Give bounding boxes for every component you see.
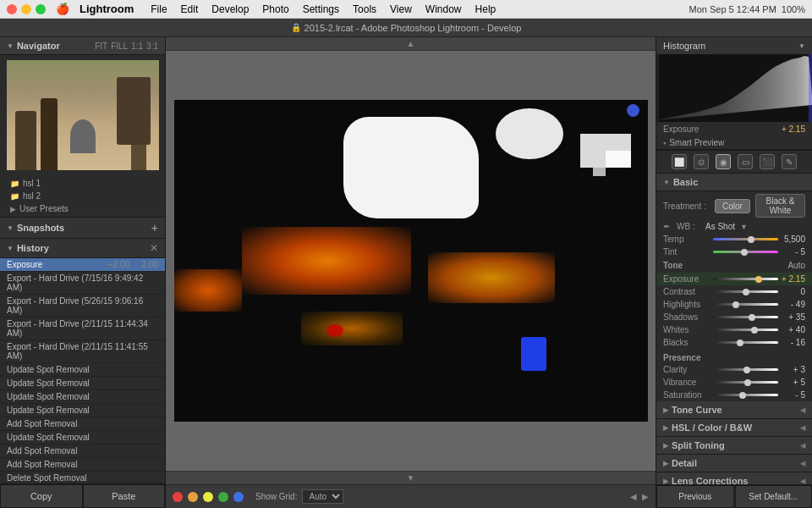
history-item[interactable]: Update Spot Removal [0, 390, 165, 404]
show-grid-select[interactable]: Auto [302, 489, 343, 504]
basic-section-header[interactable]: ▼ Basic [656, 174, 812, 191]
history-item[interactable]: Add Spot Removal [0, 417, 165, 431]
history-list[interactable]: Exposure +2.00 2.00 Export - Hard Drive … [0, 258, 165, 483]
snapshots-add-button[interactable]: + [151, 221, 158, 235]
redeye-tool[interactable]: ◉ [716, 154, 731, 169]
menu-settings[interactable]: Settings [298, 2, 344, 17]
menu-develop[interactable]: Develop [206, 2, 254, 17]
preset-user[interactable]: ▶ User Presets [0, 202, 165, 215]
saturation-slider[interactable] [713, 394, 778, 396]
color-dot-yellow[interactable] [203, 492, 213, 502]
tone-curve-section[interactable]: ▶ Tone Curve ◀ [656, 401, 812, 419]
bw-treatment-button[interactable]: Black & White [755, 194, 805, 218]
exposure-slider[interactable] [713, 278, 778, 280]
history-item[interactable]: Export - Hard Drive (2/11/15 11:44:34 AM… [0, 318, 165, 340]
detail-section[interactable]: ▶ Detail ◀ [656, 455, 812, 472]
history-item[interactable]: Update Spot Removal [0, 377, 165, 390]
highlights-slider[interactable] [713, 303, 778, 306]
menu-help[interactable]: Help [470, 2, 502, 17]
previous-button[interactable]: Previous [656, 485, 734, 508]
spot-tool[interactable]: ⊙ [694, 154, 709, 169]
history-item[interactable]: Update Spot Removal [0, 431, 165, 444]
scroll-right-icon[interactable]: ▶ [642, 492, 649, 501]
hsl-section[interactable]: ▶ HSL / Color / B&W ◀ [656, 419, 812, 437]
color-dot-green[interactable] [218, 492, 228, 502]
close-button[interactable] [7, 4, 17, 14]
treatment-row: Treatment : Color Black & White [656, 191, 812, 220]
history-header[interactable]: ▼ History ✕ [0, 239, 165, 258]
preset-hsl2[interactable]: 📁 hsl 2 [0, 190, 165, 202]
color-dot-orange[interactable] [188, 492, 198, 502]
nav-1to1[interactable]: 1:1 [131, 41, 143, 51]
shadows-slider[interactable] [713, 316, 778, 318]
temp-slider[interactable] [713, 238, 778, 240]
saturation-thumb[interactable] [739, 392, 746, 399]
vibrance-slider[interactable] [713, 381, 778, 384]
lens-corrections-section[interactable]: ▶ Lens Corrections ◀ [656, 472, 812, 484]
paste-button[interactable]: Paste [83, 484, 166, 508]
history-close-button[interactable]: ✕ [150, 242, 158, 254]
scroll-left-icon[interactable]: ◀ [630, 492, 637, 501]
histogram-section: Histogram ▼ [656, 37, 812, 151]
menu-edit[interactable]: Edit [176, 2, 204, 17]
menu-photo[interactable]: Photo [257, 2, 294, 17]
contrast-thumb[interactable] [743, 289, 749, 295]
tint-slider[interactable] [713, 251, 778, 253]
eyedropper-icon[interactable]: ✒ [663, 222, 670, 231]
brush-tool[interactable]: ✎ [782, 154, 797, 169]
color-dot-red[interactable] [173, 492, 183, 502]
shadows-thumb[interactable] [749, 314, 755, 321]
orange-1 [242, 227, 411, 295]
nav-fill[interactable]: FILL [111, 41, 128, 51]
vibrance-thumb[interactable] [744, 379, 751, 386]
history-item[interactable]: Delete Spot Removal [0, 472, 165, 483]
bottom-collapse[interactable]: ▼ [166, 471, 656, 484]
history-item[interactable]: Exposure +2.00 2.00 [0, 258, 165, 272]
history-item-name: Delete Spot Removal [7, 473, 158, 483]
clarity-slider[interactable] [713, 368, 778, 371]
history-item[interactable]: Export - Hard Drive (2/11/15 11:41:55 AM… [0, 340, 165, 363]
color-dot-blue[interactable] [233, 492, 244, 502]
clarity-thumb[interactable] [743, 367, 750, 373]
contrast-slider[interactable] [713, 290, 778, 293]
highlights-thumb[interactable] [732, 301, 739, 308]
snapshots-section-header[interactable]: ▼ Snapshots + [0, 217, 165, 239]
tint-thumb[interactable] [741, 249, 748, 256]
histogram-expand-icon: ▼ [798, 42, 805, 50]
rect-tool[interactable]: ▭ [738, 154, 753, 169]
crop-tool[interactable]: ⬜ [672, 154, 687, 169]
blacks-thumb[interactable] [737, 340, 743, 346]
history-item[interactable]: Export - Hard Drive (7/15/16 9:49:42 AM) [0, 272, 165, 295]
whites-thumb[interactable] [751, 327, 758, 334]
temp-label: Temp [663, 235, 710, 244]
navigator-header[interactable]: ▼ Navigator FIT FILL 1:1 3:1 [0, 37, 165, 55]
maximize-button[interactable] [36, 4, 46, 14]
color-treatment-button[interactable]: Color [715, 199, 750, 213]
nav-fit[interactable]: FIT [95, 41, 107, 51]
menu-window[interactable]: Window [420, 2, 467, 17]
split-toning-section[interactable]: ▶ Split Toning ◀ [656, 437, 812, 455]
gradient-tool[interactable]: ⬛ [760, 154, 775, 169]
history-item[interactable]: Update Spot Removal [0, 404, 165, 417]
copy-button[interactable]: Copy [0, 484, 83, 508]
temp-thumb[interactable] [748, 236, 754, 243]
menu-view[interactable]: View [385, 2, 417, 17]
menu-tools[interactable]: Tools [348, 2, 381, 17]
whites-slider[interactable] [713, 329, 778, 331]
history-item[interactable]: Add Spot Removal [0, 458, 165, 472]
history-item[interactable]: Export - Hard Drive (5/26/15 9:06:16 AM) [0, 295, 165, 318]
preset-hsl1[interactable]: 📁 hsl 1 [0, 177, 165, 190]
menu-file[interactable]: File [145, 2, 172, 17]
tone-auto-button[interactable]: Auto [787, 261, 805, 270]
history-item[interactable]: Add Spot Removal [0, 444, 165, 458]
history-item[interactable]: Update Spot Removal [0, 363, 165, 377]
minimize-button[interactable] [21, 4, 31, 14]
nav-3to1[interactable]: 3:1 [146, 41, 158, 51]
exposure-thumb[interactable] [755, 276, 762, 283]
apple-icon[interactable]: 🍎 [56, 3, 69, 15]
wb-dropdown-icon[interactable]: ▼ [740, 223, 748, 231]
set-default-button[interactable]: Set Default... [735, 485, 813, 508]
histogram-header[interactable]: Histogram ▼ [656, 37, 812, 54]
blacks-slider[interactable] [713, 341, 778, 344]
top-collapse[interactable]: ▲ [166, 37, 656, 51]
